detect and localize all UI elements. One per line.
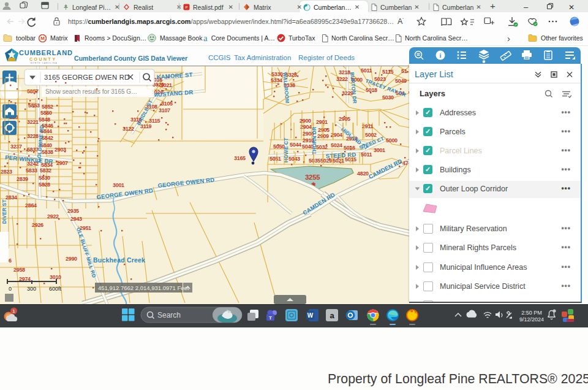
- svg-text:2823: 2823: [1, 169, 12, 175]
- svg-text:3218: 3218: [339, 69, 350, 75]
- svg-text:5044: 5044: [290, 142, 301, 148]
- svg-text:Register of Deeds: Register of Deeds: [298, 54, 355, 61]
- svg-text:0: 0: [9, 286, 12, 292]
- svg-text:5830: 5830: [39, 175, 50, 181]
- svg-text:2864: 2864: [25, 202, 37, 208]
- svg-text:5115: 5115: [382, 69, 394, 75]
- svg-text:5016: 5016: [344, 145, 355, 151]
- svg-text:5002: 5002: [365, 132, 377, 138]
- svg-text:3228: 3228: [27, 133, 39, 139]
- svg-text:2904: 2904: [300, 124, 312, 130]
- svg-text:3165 GEORGE OWEN RD: 3165 GEORGE OWEN RD: [44, 74, 129, 81]
- svg-text:T: T: [269, 315, 272, 321]
- svg-text:3237: 3237: [10, 143, 22, 150]
- svg-text:5043: 5043: [288, 156, 300, 162]
- svg-text:a: a: [330, 311, 334, 320]
- svg-text:2922: 2922: [47, 213, 59, 220]
- svg-text:2839: 2839: [17, 176, 28, 182]
- svg-text:CUMBERLAND: CUMBERLAND: [19, 49, 73, 56]
- svg-text:Search: Search: [157, 311, 181, 319]
- svg-text:3021: 3021: [160, 82, 172, 88]
- svg-text:3122: 3122: [123, 126, 134, 132]
- svg-text:5011: 5011: [361, 151, 372, 158]
- svg-text:600ft: 600ft: [49, 286, 62, 292]
- svg-text:5035: 5035: [309, 158, 320, 164]
- svg-text:3115: 3115: [149, 118, 160, 124]
- svg-text:51: 51: [401, 68, 407, 74]
- svg-text:2903: 2903: [55, 147, 66, 153]
- svg-text:3107: 3107: [159, 107, 170, 113]
- svg-text:47: 47: [402, 160, 409, 166]
- svg-text:2935: 2935: [67, 208, 79, 214]
- svg-text:3221: 3221: [27, 119, 39, 125]
- svg-text:5848: 5848: [39, 117, 50, 123]
- svg-text:Cumberland County GIS Data Vie: Cumberland County GIS Data Viewer: [74, 55, 187, 62]
- svg-text:3001: 3001: [113, 182, 124, 188]
- svg-text:P: P: [185, 6, 187, 9]
- svg-text:2990: 2990: [66, 256, 77, 262]
- svg-text:5030: 5030: [382, 94, 394, 101]
- svg-text:COUNTY: COUNTY: [29, 57, 57, 61]
- svg-text:3165: 3165: [234, 155, 246, 161]
- svg-text:5049: 5049: [395, 78, 407, 84]
- svg-text:2907: 2907: [56, 160, 68, 166]
- svg-text:5032: 5032: [316, 144, 328, 150]
- svg-text:5853: 5853: [28, 102, 40, 109]
- svg-text:451,912.7662 2,014,931.0971 Fe: 451,912.7662 2,014,931.0971 Feet: [98, 285, 189, 291]
- svg-text:3010: 3010: [50, 274, 61, 280]
- svg-text:2958: 2958: [13, 267, 25, 273]
- svg-text:3222: 3222: [336, 76, 348, 82]
- svg-text:W: W: [307, 312, 314, 319]
- svg-text:3001: 3001: [374, 147, 385, 153]
- svg-text:3119: 3119: [140, 123, 152, 129]
- svg-text:M: M: [40, 36, 45, 41]
- svg-text:3255: 3255: [305, 174, 320, 181]
- svg-text:CCGIS: CCGIS: [208, 54, 231, 61]
- svg-text:5018: 5018: [366, 87, 377, 93]
- svg-text:5051: 5051: [270, 156, 281, 162]
- svg-text:https://cumberlandgis.maps.arc: https://cumberlandgis.maps.arcgis.com/ap…: [68, 18, 394, 25]
- svg-text:5024: 5024: [331, 142, 342, 148]
- svg-text:300: 300: [27, 286, 36, 292]
- svg-text:5011: 5011: [361, 67, 372, 74]
- svg-text:5330: 5330: [271, 71, 283, 77]
- svg-text:NORTH CAROLINA: NORTH CAROLINA: [31, 62, 58, 64]
- svg-text:2905: 2905: [339, 116, 350, 122]
- svg-text:2:50 PM: 2:50 PM: [521, 310, 542, 316]
- svg-text:2943: 2943: [70, 216, 82, 222]
- svg-text:5832: 5832: [40, 167, 51, 174]
- svg-text:4820: 4820: [357, 170, 369, 177]
- svg-text:1: 1: [12, 308, 15, 314]
- svg-text:2926: 2926: [32, 222, 43, 228]
- svg-text:DIVER ST: DIVER ST: [1, 199, 7, 224]
- svg-text:5857: 5857: [27, 88, 39, 94]
- svg-text:5838: 5838: [42, 149, 53, 155]
- svg-text:Buckhead Creek: Buckhead Creek: [93, 256, 145, 264]
- svg-text:5833: 5833: [26, 167, 37, 174]
- svg-text:9/12/2024: 9/12/2024: [519, 316, 544, 323]
- svg-text:Tax Administration: Tax Administration: [234, 54, 291, 61]
- svg-text:5334: 5334: [271, 77, 282, 83]
- svg-text:Show search results for 3165 G: Show search results for 3165 G…: [45, 88, 137, 95]
- svg-text:i: i: [439, 52, 441, 59]
- svg-text:5000: 5000: [386, 137, 398, 143]
- svg-text:2905: 2905: [318, 127, 330, 133]
- svg-text:2909: 2909: [317, 133, 329, 139]
- svg-text:5852: 5852: [42, 104, 53, 110]
